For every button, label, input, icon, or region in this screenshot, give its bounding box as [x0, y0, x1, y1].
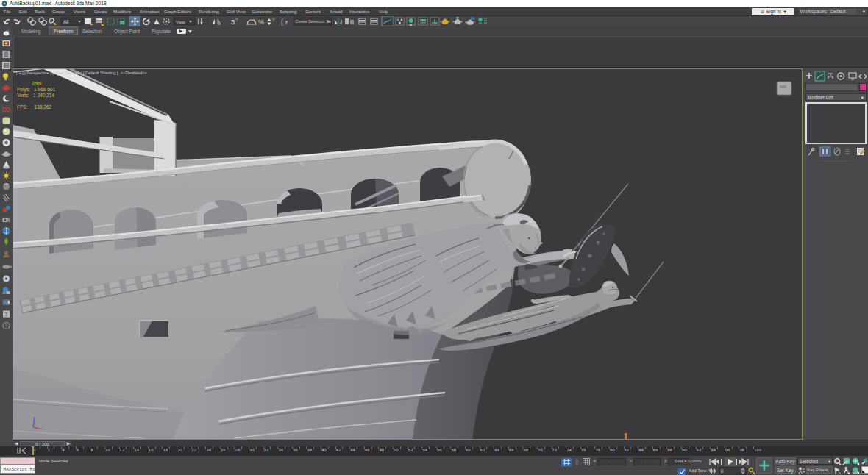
svg-text:All: All — [63, 19, 69, 24]
svg-text:View: View — [176, 20, 186, 24]
svg-text:?: ? — [272, 18, 275, 22]
svg-text:3: 3 — [231, 18, 235, 26]
svg-text:f: f — [285, 19, 288, 26]
svg-text:Create Selection Se: Create Selection Se — [295, 19, 331, 24]
svg-text:3: 3 — [5, 312, 8, 317]
svg-text:::: :: — [7, 76, 10, 80]
svg-text:?: ? — [235, 18, 238, 22]
svg-text:{: { — [281, 18, 283, 26]
svg-text:%: % — [258, 18, 264, 26]
svg-text:?: ? — [5, 324, 8, 329]
